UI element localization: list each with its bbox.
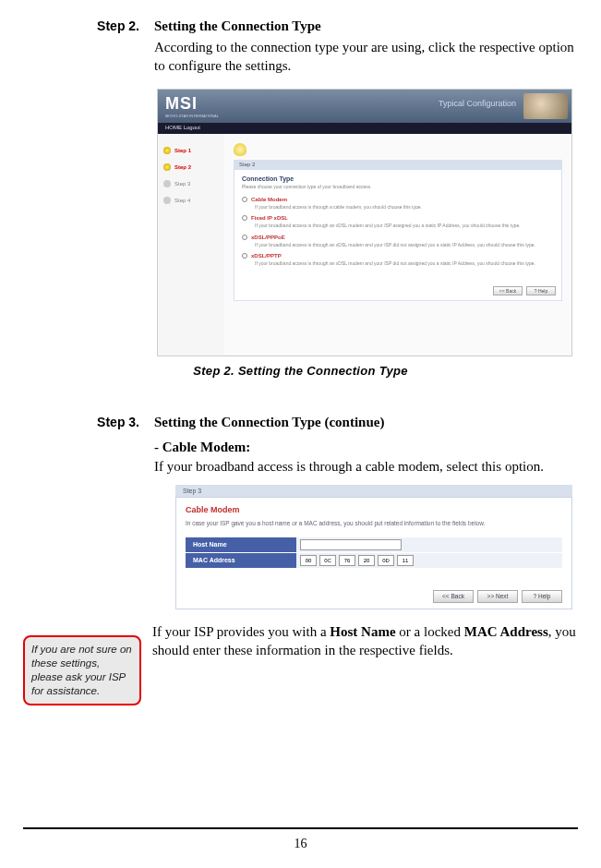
screenshot1-caption: Step 2. Setting the Connection Type — [23, 364, 578, 378]
host-name-row: Host Name — [186, 537, 562, 552]
ss1-main: Step 2 Connection Type Please choose you… — [224, 134, 571, 356]
option-head: Fixed IP xDSL — [242, 215, 554, 221]
lightbulb-icon — [234, 143, 246, 156]
dot-icon — [163, 197, 171, 204]
tip-box: If you are not sure on these settings, p… — [23, 635, 141, 705]
help-button[interactable]: ? Help — [526, 286, 556, 295]
mac-octet-5[interactable]: 0D — [378, 555, 394, 566]
mac-octet-1[interactable]: 00 — [300, 555, 317, 566]
option-desc: If your broadband access is through an x… — [255, 223, 554, 229]
step3-label: Step 3. — [23, 415, 143, 429]
dot-icon — [163, 147, 171, 154]
step2-row: Step 2. Setting the Connection Type Acco… — [23, 18, 578, 76]
ss2-desc: In case your ISP gave you a host name or… — [186, 520, 562, 526]
ss2-tab: Step 3 — [175, 485, 572, 497]
option-head: xDSL/PPTP — [242, 253, 554, 259]
option-xdsl-pppoe: xDSL/PPPoE If your broadband access is t… — [242, 235, 554, 248]
ss1-banner: MSI MICRO-STAR INTERNATIONAL Typical Con… — [158, 90, 571, 123]
step2-body: According to the connection type your ar… — [154, 38, 578, 76]
dot-icon — [163, 163, 171, 171]
panel-sub: Please choose your connection type of yo… — [242, 184, 554, 189]
dot-icon — [163, 180, 171, 187]
help-button[interactable]: ? Help — [522, 590, 562, 603]
option-desc: If your broadband access is through a ca… — [255, 204, 554, 211]
option-head: Cable Modem — [242, 197, 554, 202]
cable-modem-subhead: - Cable Modem: — [154, 440, 578, 455]
ss1-button-row: << Back ? Help — [493, 286, 556, 295]
page-number: 16 — [0, 837, 601, 851]
step3-final-text: If your ISP provides you with a Host Nam… — [152, 622, 578, 660]
footer-rule — [23, 827, 578, 829]
option-cable-modem: Cable Modem If your broadband access is … — [242, 197, 554, 211]
wizard-sidebar: Step 1 Step 2 Step 3 Step 4 — [158, 134, 224, 356]
ss1-tab: Step 2 — [234, 160, 562, 169]
mac-octet-3[interactable]: 76 — [339, 555, 355, 566]
mac-address-label: MAC Address — [186, 553, 296, 568]
host-name-field-wrap — [296, 537, 562, 552]
panel-title: Connection Type — [242, 175, 554, 182]
ss2-title: Cable Modem — [186, 505, 562, 514]
mac-address-field-wrap: 00 0C 76 20 0D 11 — [296, 553, 562, 568]
step3-title: Setting the Connection Type (continue) — [154, 415, 578, 430]
next-button[interactable]: >> Next — [477, 590, 518, 603]
option-desc: If your broadband access is through an x… — [255, 242, 554, 248]
radio-icon[interactable] — [242, 197, 247, 202]
step3-row: Step 3. Setting the Connection Type (con… — [23, 415, 578, 476]
sidebar-step-2[interactable]: Step 2 — [163, 163, 219, 171]
sidebar-step-3[interactable]: Step 3 — [163, 180, 219, 187]
radio-icon[interactable] — [242, 253, 247, 259]
connection-type-panel: Connection Type Please choose your conne… — [234, 169, 562, 301]
mac-octet-6[interactable]: 11 — [397, 555, 414, 566]
sidebar-step-4[interactable]: Step 4 — [163, 197, 219, 204]
option-fixed-ip-xdsl: Fixed IP xDSL If your broadband access i… — [242, 215, 554, 229]
banner-photo — [523, 93, 568, 119]
radio-icon[interactable] — [242, 235, 247, 240]
msi-logo-text: MSI — [165, 94, 219, 114]
option-desc: If your broadband access is through an x… — [255, 260, 554, 267]
mac-octet-2[interactable]: 0C — [319, 555, 336, 566]
banner-title: Typical Configuration — [439, 99, 516, 108]
sidebar-step-1[interactable]: Step 1 — [163, 147, 219, 154]
step3-body: If your broadband access is through a ca… — [154, 457, 578, 476]
ss2-button-row: << Back >> Next ? Help — [186, 590, 562, 603]
step2-title: Setting the Connection Type — [154, 18, 578, 34]
msi-logo-sub: MICRO-STAR INTERNATIONAL — [165, 114, 219, 118]
option-head: xDSL/PPPoE — [242, 235, 554, 240]
host-name-label: Host Name — [186, 537, 296, 552]
step3-content: Setting the Connection Type (continue) -… — [154, 415, 578, 476]
mac-octet-4[interactable]: 20 — [358, 555, 375, 566]
step3-block: Step 3. Setting the Connection Type (con… — [23, 415, 578, 705]
step2-label: Step 2. — [23, 18, 143, 33]
step2-content: Setting the Connection Type According to… — [154, 18, 578, 76]
back-button[interactable]: << Back — [493, 286, 523, 295]
screenshot-connection-type: MSI MICRO-STAR INTERNATIONAL Typical Con… — [157, 89, 572, 356]
msi-logo: MSI MICRO-STAR INTERNATIONAL — [165, 94, 219, 118]
mac-address-row: MAC Address 00 0C 76 20 0D 11 — [186, 553, 562, 568]
radio-icon[interactable] — [242, 215, 247, 221]
step3-final-row: If you are not sure on these settings, p… — [23, 622, 578, 705]
option-xdsl-pptp: xDSL/PPTP If your broadband access is th… — [242, 253, 554, 267]
ss1-body: Step 1 Step 2 Step 3 Step 4 Step 2 Conne… — [158, 134, 571, 356]
host-name-input[interactable] — [300, 539, 402, 550]
screenshot-cable-modem: Step 3 Cable Modem In case your ISP gave… — [175, 485, 572, 609]
step2-block: Step 2. Setting the Connection Type Acco… — [23, 18, 578, 378]
ss1-toolbar: HOME Logout — [158, 123, 571, 134]
back-button[interactable]: << Back — [433, 590, 474, 603]
cable-modem-panel: Cable Modem In case your ISP gave you a … — [175, 497, 572, 609]
